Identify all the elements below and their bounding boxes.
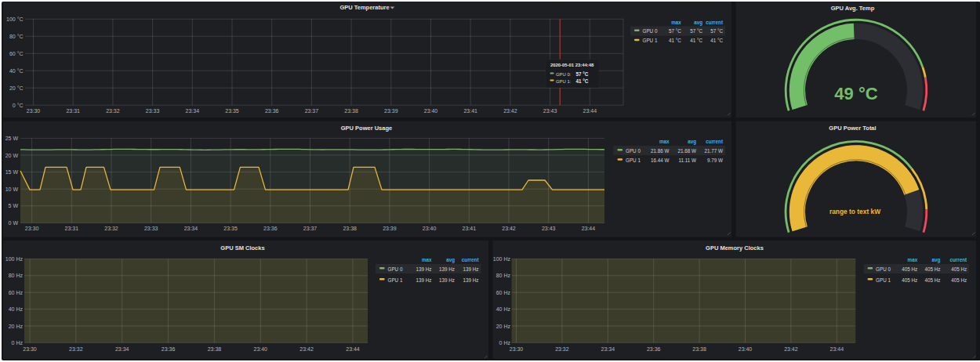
svg-text:0 Hz: 0 Hz [499, 340, 511, 346]
svg-text:23:36: 23:36 [162, 346, 176, 352]
svg-text:80 Hz: 80 Hz [496, 273, 511, 278]
svg-text:41 °C: 41 °C [576, 78, 589, 84]
svg-text:GPU SM Clocks: GPU SM Clocks [220, 244, 264, 252]
svg-text:100 Hz: 100 Hz [493, 256, 511, 262]
svg-text:23:31: 23:31 [66, 108, 80, 114]
svg-text:23:44: 23:44 [346, 346, 360, 352]
svg-text:23:34: 23:34 [601, 346, 615, 352]
svg-text:GPU 0: GPU 0 [388, 266, 403, 272]
svg-text:23:40: 23:40 [739, 346, 753, 352]
svg-text:avg: avg [932, 257, 941, 263]
svg-text:23:35: 23:35 [223, 226, 238, 231]
svg-text:16.44 W: 16.44 W [651, 157, 670, 163]
svg-text:GPU Temperature: GPU Temperature [339, 4, 389, 11]
svg-text:max: max [671, 20, 681, 25]
svg-text:60 Hz: 60 Hz [496, 290, 511, 295]
svg-text:139 Hz: 139 Hz [439, 266, 455, 272]
svg-text:max: max [908, 257, 918, 262]
svg-text:139 Hz: 139 Hz [463, 266, 479, 272]
svg-text:23:36: 23:36 [647, 346, 661, 352]
svg-text:23:30: 23:30 [25, 226, 39, 231]
svg-text:20 °C: 20 °C [9, 85, 24, 91]
svg-text:21.86 W: 21.86 W [651, 148, 670, 154]
svg-text:139 Hz: 139 Hz [416, 266, 432, 272]
svg-text:10 W: 10 W [5, 186, 19, 192]
svg-text:60 Hz: 60 Hz [9, 290, 24, 295]
svg-text:23:35: 23:35 [225, 108, 239, 114]
svg-text:23:40: 23:40 [254, 346, 268, 352]
svg-text:57 °C: 57 °C [576, 71, 589, 77]
svg-text:2020-05-01 23:44:48: 2020-05-01 23:44:48 [550, 63, 594, 67]
svg-text:23:30: 23:30 [510, 346, 524, 352]
svg-text:23:37: 23:37 [303, 226, 318, 231]
svg-text:GPU Power Total: GPU Power Total [829, 125, 876, 132]
svg-text:20 Hz: 20 Hz [9, 324, 24, 329]
svg-text:23:36: 23:36 [263, 226, 278, 231]
svg-text:40 Hz: 40 Hz [9, 306, 24, 312]
svg-text:23:34: 23:34 [184, 226, 198, 231]
svg-text:57 °C: 57 °C [690, 28, 702, 34]
svg-text:23:38: 23:38 [208, 346, 222, 352]
svg-text:60 °C: 60 °C [9, 51, 24, 56]
svg-text:current: current [706, 20, 724, 25]
svg-text:23:33: 23:33 [146, 108, 160, 114]
svg-text:23:39: 23:39 [384, 108, 398, 114]
svg-text:GPU Avg. Temp: GPU Avg. Temp [831, 5, 875, 12]
svg-text:405 Hz: 405 Hz [924, 277, 940, 283]
svg-text:41 °C: 41 °C [690, 38, 702, 43]
svg-text:23:41: 23:41 [463, 226, 477, 231]
svg-text:23:30: 23:30 [23, 346, 37, 352]
svg-text:139 Hz: 139 Hz [439, 277, 455, 283]
svg-text:25 W: 25 W [5, 136, 19, 141]
svg-text:9.79 W: 9.79 W [707, 157, 723, 163]
svg-text:405 Hz: 405 Hz [902, 277, 917, 283]
svg-text:139 Hz: 139 Hz [416, 277, 432, 283]
svg-text:23:38: 23:38 [343, 226, 357, 231]
svg-text:GPU 1: GPU 1 [388, 277, 403, 283]
svg-text:100 Hz: 100 Hz [5, 256, 24, 262]
svg-text:57 °C: 57 °C [710, 28, 723, 34]
svg-text:23:32: 23:32 [69, 346, 83, 352]
svg-text:21.77 W: 21.77 W [705, 148, 724, 154]
svg-text:avg: avg [446, 257, 455, 263]
svg-text:23:44: 23:44 [583, 108, 597, 114]
svg-text:57 °C: 57 °C [669, 28, 681, 34]
svg-text:41 °C: 41 °C [710, 38, 723, 43]
svg-text:139 Hz: 139 Hz [463, 277, 479, 283]
svg-text:405 Hz: 405 Hz [951, 266, 967, 272]
svg-text:23:32: 23:32 [555, 346, 569, 352]
svg-text:23:32: 23:32 [104, 226, 118, 231]
svg-text:0 W: 0 W [9, 220, 19, 226]
svg-text:GPU 0:: GPU 0: [556, 72, 572, 77]
svg-text:23:33: 23:33 [144, 226, 158, 231]
svg-text:23:43: 23:43 [543, 108, 557, 114]
svg-text:49 °C: 49 °C [834, 84, 877, 103]
svg-text:23:42: 23:42 [299, 346, 314, 352]
svg-text:23:38: 23:38 [344, 108, 358, 114]
svg-text:max: max [422, 257, 432, 262]
svg-text:405 Hz: 405 Hz [902, 266, 917, 272]
svg-text:41 °C: 41 °C [669, 38, 681, 43]
svg-text:405 Hz: 405 Hz [924, 266, 940, 272]
svg-text:15 W: 15 W [5, 169, 19, 175]
svg-text:23:34: 23:34 [186, 108, 200, 114]
svg-text:23:43: 23:43 [542, 226, 556, 231]
svg-text:5 W: 5 W [9, 203, 19, 208]
svg-text:80 Hz: 80 Hz [9, 273, 24, 278]
svg-text:current: current [462, 257, 480, 262]
svg-text:21.68 W: 21.68 W [678, 148, 697, 154]
svg-text:23:38: 23:38 [692, 346, 706, 352]
svg-text:0 °C: 0 °C [13, 103, 24, 108]
svg-text:GPU 0: GPU 0 [876, 266, 891, 272]
svg-text:23:31: 23:31 [65, 226, 79, 231]
svg-text:GPU 1: GPU 1 [876, 277, 891, 283]
svg-text:80 °C: 80 °C [9, 34, 24, 39]
svg-text:23:42: 23:42 [502, 226, 516, 231]
svg-text:avg: avg [694, 20, 702, 26]
svg-text:23:34: 23:34 [115, 346, 129, 352]
svg-text:20 Hz: 20 Hz [496, 324, 511, 329]
svg-text:max: max [659, 139, 670, 144]
svg-text:GPU 1:: GPU 1: [556, 79, 572, 84]
svg-text:23:42: 23:42 [784, 346, 798, 352]
svg-text:23:44: 23:44 [830, 346, 844, 352]
